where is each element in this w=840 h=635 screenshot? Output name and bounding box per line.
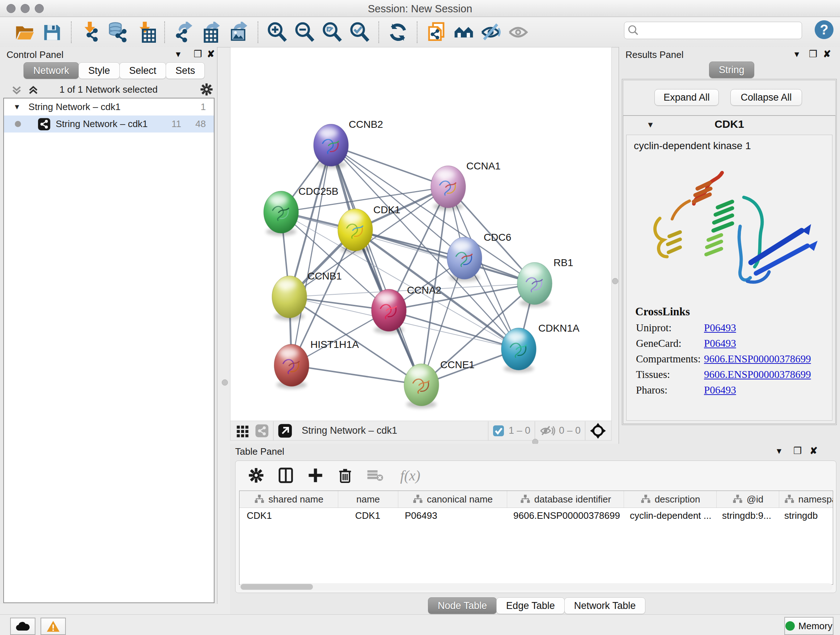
network-edge[interactable] (292, 145, 331, 365)
network-node-CCNA1[interactable]: CCNA1 (431, 160, 501, 211)
column-header-database-identifier[interactable]: database identifier (507, 491, 624, 508)
hide-selected-icon[interactable] (480, 21, 502, 43)
detach-view-icon[interactable] (278, 424, 292, 438)
table-horizontal-scrollbar[interactable] (239, 583, 832, 591)
network-edge[interactable] (292, 365, 422, 385)
open-session-icon[interactable] (13, 21, 36, 43)
column-header-namespace[interactable]: namespace (779, 491, 833, 508)
crosslink-label: GeneCard: (636, 337, 704, 349)
table-cell[interactable]: stringdb:9... (715, 508, 777, 524)
tab-edge-table[interactable]: Edge Table (496, 597, 565, 614)
column-header-name[interactable]: name (338, 491, 398, 508)
panel-float-icon[interactable]: ❒ (793, 445, 802, 456)
network-node-RB1[interactable]: RB1 (517, 257, 573, 307)
show-columns-icon[interactable] (275, 465, 296, 486)
gear-icon[interactable] (200, 82, 213, 96)
tab-network[interactable]: Network (24, 62, 79, 79)
table-cell[interactable]: P06493 (398, 508, 506, 524)
window-title: Session: New Session (0, 3, 840, 15)
node-label-CCNE1: CCNE1 (440, 359, 475, 371)
function-builder-icon[interactable]: f(x) (394, 465, 426, 486)
birds-eye-icon[interactable] (590, 423, 606, 439)
crosslink-link[interactable]: P06493 (704, 322, 736, 334)
network-node-CCNE1[interactable]: CCNE1 (404, 359, 475, 409)
column-header-description[interactable]: description (624, 491, 717, 508)
network-collection-row[interactable]: ▼ String Network – cdk1 1 (4, 98, 214, 116)
import-table-file-icon[interactable] (134, 21, 156, 43)
table-cell[interactable]: 9606.ENSP00000378699 (506, 508, 622, 524)
table-cell[interactable]: cyclin-dependent ... (622, 508, 715, 524)
tab-network-table[interactable]: Network Table (564, 597, 646, 614)
table-cell[interactable]: CDK1 (338, 508, 398, 524)
crosslink-link[interactable]: 9606.ENSP00000378699 (704, 353, 811, 365)
zoom-in-icon[interactable] (266, 21, 288, 43)
panel-close-icon[interactable]: ✘ (823, 49, 831, 60)
network-node-CDKN1A[interactable]: CDKN1A (501, 323, 579, 372)
network-canvas[interactable]: CCNB2 CCNA1 CDC25B CDK1 CDC6 RB1 CCNB1 (230, 47, 612, 421)
zoom-out-icon[interactable] (294, 21, 316, 43)
selected-checkbox-icon[interactable] (493, 425, 504, 437)
hidden-eye-icon[interactable] (539, 424, 555, 438)
save-session-icon[interactable] (41, 21, 63, 43)
search-input[interactable] (643, 25, 802, 36)
crosslink-link[interactable]: 9606.ENSP00000378699 (704, 369, 811, 380)
right-splitter-handle[interactable] (612, 278, 618, 284)
panel-menu-icon[interactable]: ▾ (794, 49, 799, 60)
apply-layout-icon[interactable] (387, 21, 409, 43)
table-row[interactable]: CDK1CDK1P064939606.ENSP00000378699cyclin… (240, 508, 833, 524)
network-row[interactable]: String Network – cdk1 11 48 (4, 116, 214, 133)
crosslink-link[interactable]: P06493 (704, 384, 736, 396)
network-node-HIST1H1A[interactable]: HIST1H1A (274, 339, 359, 389)
clone-network-icon[interactable] (425, 21, 447, 43)
export-image-icon[interactable] (227, 21, 250, 43)
import-network-file-icon[interactable] (79, 21, 102, 43)
zoom-selected-icon[interactable] (348, 21, 371, 43)
collapse-all-button[interactable]: Collapse All (730, 89, 802, 106)
delete-table-icon[interactable] (364, 465, 385, 486)
first-neighbors-icon[interactable] (453, 21, 475, 43)
tab-sets[interactable]: Sets (166, 62, 205, 79)
memory-button[interactable]: Memory (784, 617, 834, 635)
tab-string[interactable]: String (709, 62, 754, 78)
delete-column-trash-icon[interactable] (335, 465, 355, 486)
crosslink-label: Uniprot: (636, 322, 704, 334)
tab-select[interactable]: Select (119, 62, 166, 79)
tree-caret-icon[interactable]: ▼ (13, 103, 21, 111)
view-mode-icon[interactable] (255, 424, 269, 438)
network-node-CDC25B[interactable]: CDC25B (264, 186, 338, 236)
network-edge[interactable] (331, 145, 448, 187)
panel-menu-icon[interactable]: ▾ (176, 49, 180, 60)
export-table-icon[interactable] (200, 21, 223, 43)
expand-all-button[interactable]: Expand All (654, 89, 719, 106)
warning-button[interactable] (41, 618, 66, 635)
export-network-icon[interactable] (172, 21, 195, 43)
network-node-CCNB2[interactable]: CCNB2 (314, 119, 383, 169)
tab-style[interactable]: Style (79, 62, 120, 79)
panel-float-icon[interactable]: ❒ (194, 49, 202, 60)
create-column-icon[interactable] (305, 465, 326, 486)
panel-float-icon[interactable]: ❒ (809, 49, 817, 60)
column-header-canonical-name[interactable]: canonical name (398, 491, 507, 508)
zoom-fit-icon[interactable] (321, 21, 343, 43)
show-all-icon[interactable] (508, 21, 530, 43)
cloud-button[interactable] (10, 618, 35, 635)
help-button[interactable]: ? (815, 20, 834, 39)
table-cell[interactable]: CDK1 (240, 508, 338, 524)
panel-close-icon[interactable]: ✘ (810, 445, 818, 456)
left-splitter-handle[interactable] (222, 379, 228, 386)
panel-menu-icon[interactable]: ▾ (777, 445, 782, 456)
crosslink-link[interactable]: P06493 (704, 337, 736, 349)
table-cell[interactable]: stringdb (777, 508, 833, 524)
column-header-@id[interactable]: @id (717, 491, 779, 508)
network-view-toolbar: String Network – cdk1 1 – 0 0 – 0 (230, 421, 612, 440)
tab-node-table[interactable]: Node Table (428, 597, 497, 614)
import-network-database-icon[interactable] (107, 21, 129, 43)
column-header-shared-name[interactable]: shared name (240, 491, 338, 508)
network-selection-status: 1 of 1 Network selected (0, 84, 217, 95)
grid-mode-icon[interactable] (235, 424, 249, 438)
network-node-CCNA2[interactable]: CCNA2 (371, 285, 441, 334)
panel-close-icon[interactable]: ✘ (207, 49, 215, 60)
scrollbar-thumb[interactable] (240, 584, 313, 590)
table-settings-gear-icon[interactable] (246, 465, 267, 486)
node-label-CCNB2: CCNB2 (349, 119, 383, 130)
